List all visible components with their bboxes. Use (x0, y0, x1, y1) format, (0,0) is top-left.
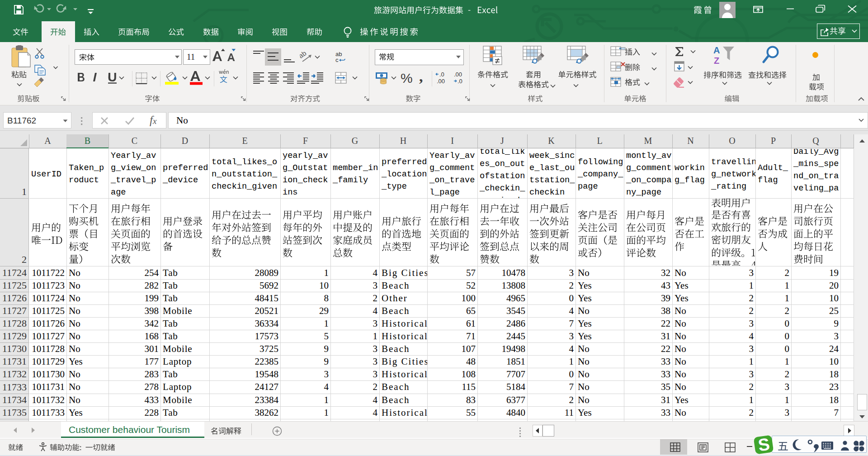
svg-text:c: c (335, 57, 339, 63)
svg-text:.0: .0 (458, 78, 462, 85)
svg-text:.00: .00 (454, 71, 462, 78)
svg-text:A: A (713, 45, 720, 55)
svg-text:Z: Z (714, 56, 719, 65)
svg-text:.00: .00 (437, 78, 445, 85)
svg-text:.0: .0 (439, 71, 444, 78)
